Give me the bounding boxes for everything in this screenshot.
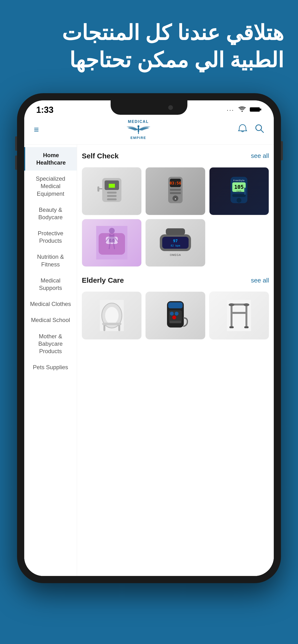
- thermometer-label: Thermo meter: [146, 215, 205, 215]
- search-icon[interactable]: [255, 124, 264, 135]
- medical-suction-image: [146, 292, 205, 339]
- medical-suction-label: Medical Suction: [146, 339, 205, 340]
- svg-text:OMEGA: OMEGA: [170, 254, 181, 256]
- crutches-label: Crutches &: [209, 339, 269, 340]
- wifi-icon: [238, 106, 246, 114]
- hero-section: هتلاقي عندنا كل المنتجات الطبية الي ممكن…: [0, 0, 298, 84]
- svg-rect-18: [170, 189, 181, 191]
- svg-rect-52: [168, 302, 183, 308]
- sidebar-item-medical-supports[interactable]: Medical Supports: [24, 272, 77, 296]
- sidebar-item-specialized-medical[interactable]: Specialized Medical Equipment: [24, 170, 77, 202]
- product-card-toilet-raiser[interactable]: Toilet Raiser: [82, 292, 141, 340]
- svg-point-55: [175, 312, 179, 316]
- svg-point-65: [229, 303, 234, 306]
- svg-point-0: [242, 111, 243, 112]
- sidebar-item-protective-products[interactable]: Protective Products: [24, 225, 77, 249]
- svg-text:●: ●: [175, 198, 176, 200]
- svg-rect-57: [169, 321, 181, 323]
- product-card-home-scales[interactable]: 0.0: [82, 219, 141, 267]
- product-card-crutches[interactable]: Crutches &: [209, 292, 269, 340]
- sidebar-item-pets-supplies[interactable]: Pets Supplies: [24, 359, 77, 375]
- svg-rect-64: [244, 326, 249, 328]
- svg-point-47: [105, 307, 118, 324]
- svg-text:mg/dL: mg/dL: [236, 190, 242, 192]
- svg-rect-62: [231, 312, 247, 314]
- oximeters-image: 97 82 bpm OMEGA: [146, 219, 205, 267]
- phone-wrapper: 1:33 ···: [0, 84, 298, 583]
- svg-line-6: [261, 130, 263, 132]
- battery-icon: [250, 106, 262, 113]
- product-card-medical-suction[interactable]: Medical Suction: [145, 292, 205, 340]
- sidebar-item-home-healthcare[interactable]: Home Healthcare: [24, 147, 77, 170]
- volume-down-button: [15, 156, 17, 170]
- svg-point-56: [172, 316, 176, 319]
- svg-point-4: [137, 125, 139, 127]
- product-card-oximeters[interactable]: 97 82 bpm OMEGA Oximeters: [145, 219, 205, 267]
- svg-rect-27: [232, 194, 246, 197]
- elderly-care-see-all[interactable]: see all: [251, 277, 269, 284]
- blood-glucome-label: Blood Glucome: [209, 215, 269, 215]
- product-card-blood-glucome[interactable]: FreeStyle 105 mg/dL: [209, 167, 269, 215]
- home-scales-label: Home Scales: [82, 266, 141, 267]
- self-check-title: Self Check: [82, 152, 118, 160]
- logo-empire-text: EMPIRE: [130, 136, 146, 140]
- svg-rect-29: [244, 188, 246, 195]
- sidebar-item-nutrition-fitness[interactable]: Nutrition & Fitness: [24, 249, 77, 272]
- header-right-icons: [238, 124, 264, 135]
- power-button: [281, 141, 283, 160]
- svg-rect-50: [102, 323, 121, 325]
- svg-rect-11: [107, 195, 117, 197]
- sidebar: Home Healthcare Specialized Medical Equi…: [24, 145, 77, 576]
- status-time: 1:33: [36, 105, 54, 115]
- svg-point-54: [170, 312, 174, 316]
- signal-icon: ···: [227, 106, 234, 113]
- svg-rect-1: [250, 107, 260, 112]
- product-card-blood-pressure[interactable]: ███ Blood Pressure: [82, 167, 141, 215]
- svg-point-28: [237, 198, 241, 203]
- volume-up-button: [15, 136, 17, 151]
- elderly-care-products-grid: Toilet Raiser: [82, 292, 269, 340]
- phone-notch: [111, 100, 187, 115]
- logo-medical-text: MEDICAL: [128, 120, 149, 124]
- elderly-care-title: Elderly Care: [82, 276, 124, 284]
- svg-rect-44: [166, 228, 185, 235]
- sidebar-item-medical-school[interactable]: Medical School: [24, 312, 77, 328]
- phone-screen: 1:33 ···: [24, 100, 274, 576]
- crutches-image: [209, 292, 269, 339]
- svg-rect-61: [245, 304, 247, 328]
- svg-text:███: ███: [108, 184, 115, 188]
- home-scales-image: 0.0: [82, 219, 141, 267]
- blood-glucome-image: FreeStyle 105 mg/dL: [209, 168, 269, 215]
- blood-pressure-image: ███: [82, 168, 141, 215]
- svg-rect-10: [107, 192, 117, 194]
- svg-point-66: [244, 303, 249, 306]
- svg-rect-63: [229, 326, 234, 328]
- blood-pressure-label: Blood Pressure: [82, 215, 141, 215]
- svg-rect-14: [97, 186, 99, 192]
- svg-text:82 bpm: 82 bpm: [171, 244, 180, 247]
- app-logo: MEDICAL: [124, 120, 153, 140]
- sidebar-item-beauty-bodycare[interactable]: Beauty & Bodycare: [24, 202, 77, 225]
- svg-rect-60: [231, 304, 232, 328]
- svg-text:FreeStyle: FreeStyle: [233, 179, 245, 182]
- hero-title: هتلاقي عندنا كل المنتجات الطبية الي ممكن…: [14, 19, 284, 74]
- main-content: Home Healthcare Specialized Medical Equi…: [24, 145, 274, 576]
- status-icons: ···: [227, 106, 262, 114]
- svg-point-34: [109, 228, 115, 234]
- toilet-raiser-image: [82, 292, 141, 339]
- hamburger-menu-icon[interactable]: ≡: [34, 124, 39, 135]
- self-check-see-all[interactable]: see all: [251, 152, 269, 160]
- sidebar-item-medical-clothes[interactable]: Medical Clothes: [24, 296, 77, 312]
- oximeters-label: Oximeters: [146, 266, 205, 267]
- sidebar-item-mother-babycare[interactable]: Mother & Babycare Products: [24, 328, 77, 360]
- notification-bell-icon[interactable]: [238, 124, 247, 135]
- logo-wings: [124, 124, 153, 136]
- svg-text:97: 97: [173, 238, 178, 243]
- elderly-care-section-header: Elderly Care see all: [82, 274, 269, 287]
- product-card-thermometer[interactable]: 03:56 ● Thermo meter: [145, 167, 205, 215]
- self-check-section-header: Self Check see all: [82, 150, 269, 162]
- front-camera: [168, 105, 173, 110]
- svg-text:105: 105: [234, 184, 244, 190]
- thermometer-image: 03:56 ●: [146, 168, 205, 215]
- self-check-products-grid: ███ Blood Pressure: [82, 167, 269, 267]
